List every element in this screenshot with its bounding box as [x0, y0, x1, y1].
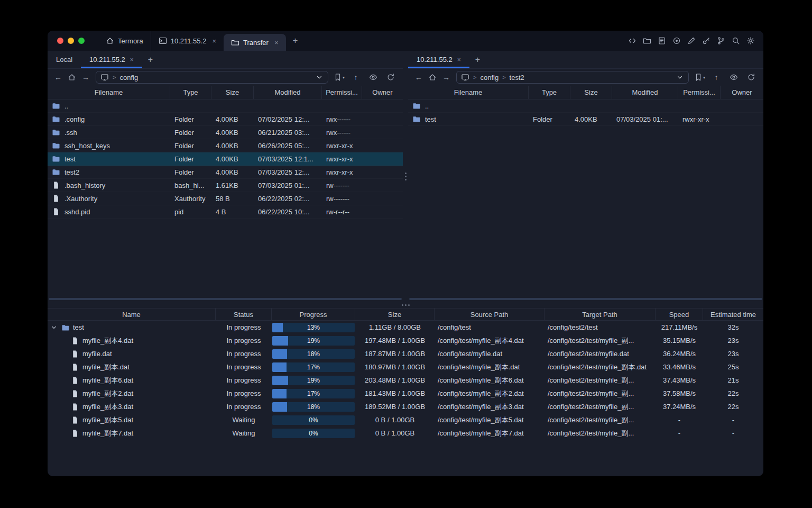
branch-icon[interactable]	[717, 37, 725, 45]
tab-close-icon[interactable]: ×	[274, 39, 279, 46]
transfer-splitter[interactable]	[48, 302, 763, 308]
permissions-cell: rwx------	[322, 113, 362, 125]
column-header-modified[interactable]: Modified	[612, 86, 678, 99]
filename-text: sshd.pid	[64, 208, 90, 216]
column-header-filename[interactable]: Filename	[48, 86, 170, 99]
transfer-row[interactable]: myfile_副本7.datWaiting0%0 B / 1.00GB/conf…	[48, 427, 763, 440]
column-header-status[interactable]: Status	[216, 309, 272, 320]
titlebar: Termora10.211.55.2×Transfer×+	[48, 31, 763, 51]
file-row[interactable]: ssh_host_keysFolder4.00KB06/26/2025 05:.…	[48, 139, 403, 152]
file-icon	[52, 194, 60, 203]
transfer-row[interactable]: myfile_副本5.datWaiting0%0 B / 1.00GB/conf…	[48, 413, 763, 427]
left-horizontal-scrollbar[interactable]	[49, 298, 402, 300]
tab-close-icon[interactable]: ×	[457, 56, 461, 64]
file-row[interactable]: .sshFolder4.00KB06/21/2025 03:...rwx----…	[48, 126, 403, 139]
back-button[interactable]: ←	[412, 71, 425, 84]
status-cell: Waiting	[216, 427, 272, 440]
column-header-target-path[interactable]: Target Path	[545, 309, 656, 320]
show-hidden-files-button[interactable]	[727, 71, 740, 84]
parent-directory-button[interactable]: ↑	[710, 71, 723, 84]
close-window-button[interactable]	[57, 38, 63, 44]
chevron-down-icon[interactable]	[315, 73, 324, 81]
breadcrumb-segment[interactable]: config	[480, 74, 499, 81]
file-row[interactable]: .bash_historybash_hi...1.61KB07/03/2025 …	[48, 179, 403, 192]
right-horizontal-scrollbar[interactable]	[409, 298, 762, 300]
transfer-row[interactable]: myfile_副本6.datIn progress19%203.48MB / 1…	[48, 374, 763, 387]
refresh-button[interactable]	[384, 71, 397, 84]
column-header-owner[interactable]: Owner	[721, 86, 763, 99]
home-button[interactable]	[66, 71, 78, 84]
expand-chevron-icon[interactable]	[50, 323, 58, 332]
status-cell: In progress	[216, 387, 272, 400]
column-header-type[interactable]: Type	[529, 86, 570, 99]
file-row[interactable]: sshd.pidpid4 B06/22/2025 10:...rw-r--r--	[48, 205, 403, 219]
column-header-permissi[interactable]: Permissi...	[322, 86, 362, 99]
parent-directory-button[interactable]: ↑	[349, 71, 362, 84]
column-header-source-path[interactable]: Source Path	[435, 309, 545, 320]
column-header-size[interactable]: Size	[355, 309, 435, 320]
right-path-breadcrumb[interactable]: >config>test2	[456, 71, 689, 84]
transfer-row[interactable]: myfile_副本4.datIn progress19%197.48MB / 1…	[48, 334, 763, 347]
left-tab-10-211-55-2[interactable]: 10.211.55.2×	[81, 51, 142, 68]
column-header-size[interactable]: Size	[570, 86, 612, 99]
search-icon[interactable]	[732, 37, 740, 45]
column-header-progress[interactable]: Progress	[272, 309, 355, 320]
record-icon[interactable]	[672, 37, 681, 45]
show-hidden-files-button[interactable]	[367, 71, 380, 84]
titlebar-tab-10-211-55-2[interactable]: 10.211.55.2×	[151, 31, 224, 51]
column-header-name[interactable]: Name	[48, 309, 216, 320]
refresh-button[interactable]	[745, 71, 758, 84]
column-header-modified[interactable]: Modified	[254, 86, 322, 99]
chevron-down-icon[interactable]	[676, 73, 684, 81]
file-row[interactable]: testFolder4.00KB07/03/2025 12:1...rwxr-x…	[48, 152, 403, 166]
settings-icon[interactable]	[746, 37, 755, 45]
file-row[interactable]: testFolder4.00KB07/03/2025 01:...rwxr-xr…	[408, 113, 763, 126]
file-row[interactable]: .configFolder4.00KB07/02/2025 12:...rwx-…	[48, 113, 403, 126]
file-row[interactable]: ..	[408, 99, 763, 113]
edit-icon[interactable]	[687, 37, 696, 45]
new-terminal-tab-button[interactable]: +	[286, 31, 305, 51]
titlebar-tab-termora[interactable]: Termora	[98, 31, 151, 51]
breadcrumb-segment[interactable]: config	[119, 74, 138, 81]
column-header-type[interactable]: Type	[170, 86, 211, 99]
key-icon[interactable]	[702, 37, 710, 45]
tab-close-icon[interactable]: ×	[130, 56, 134, 64]
transfer-row[interactable]: testIn progress13%1.11GB / 8.00GB/config…	[48, 321, 763, 334]
minimize-window-button[interactable]	[68, 38, 74, 44]
folder-icon	[61, 323, 70, 332]
transfer-row[interactable]: myfile_副本.datIn progress17%180.97MB / 1.…	[48, 360, 763, 374]
left-path-breadcrumb[interactable]: >config	[96, 71, 328, 84]
file-icon	[71, 403, 79, 411]
tab-close-icon[interactable]: ×	[212, 38, 216, 44]
zoom-window-button[interactable]	[78, 38, 85, 44]
progress-label: 17%	[307, 390, 320, 397]
back-button[interactable]: ←	[52, 71, 64, 84]
transfer-row[interactable]: myfile.datIn progress18%187.87MB / 1.00G…	[48, 347, 763, 360]
file-row[interactable]: .XauthorityXauthority58 B06/22/2025 02:.…	[48, 192, 403, 205]
left-new-tab-button[interactable]: +	[142, 51, 159, 68]
editor-icon[interactable]	[658, 37, 666, 45]
home-button[interactable]	[426, 71, 439, 84]
column-header-speed[interactable]: Speed	[656, 309, 703, 320]
right-tab-10-211-55-2[interactable]: 10.211.55.2×	[408, 51, 469, 68]
forward-button[interactable]: →	[440, 71, 453, 84]
file-row[interactable]: ..	[48, 99, 403, 113]
column-header-permissi[interactable]: Permissi...	[678, 86, 721, 99]
column-header-size[interactable]: Size	[211, 86, 254, 99]
transfer-row[interactable]: myfile_副本3.datIn progress18%189.52MB / 1…	[48, 400, 763, 413]
left-tab-local[interactable]: Local	[48, 51, 81, 68]
breadcrumb-segment[interactable]: test2	[510, 74, 524, 81]
forward-button[interactable]: →	[79, 71, 92, 84]
folder-icon[interactable]	[643, 37, 651, 45]
column-header-filename[interactable]: Filename	[408, 86, 529, 99]
file-row[interactable]: test2Folder4.00KB07/03/2025 12:...rwxr-x…	[48, 166, 403, 179]
titlebar-tab-transfer[interactable]: Transfer×	[224, 34, 286, 51]
column-header-owner[interactable]: Owner	[362, 86, 403, 99]
bookmark-button[interactable]: ▾	[694, 73, 705, 81]
bookmark-button[interactable]: ▾	[334, 73, 345, 81]
right-new-tab-button[interactable]: +	[469, 51, 486, 68]
transfer-row[interactable]: myfile_副本2.datIn progress17%181.43MB / 1…	[48, 387, 763, 400]
column-header-estimated-time[interactable]: Estimated time	[703, 309, 763, 320]
code-icon[interactable]	[628, 37, 636, 45]
panel-splitter[interactable]	[403, 51, 408, 302]
